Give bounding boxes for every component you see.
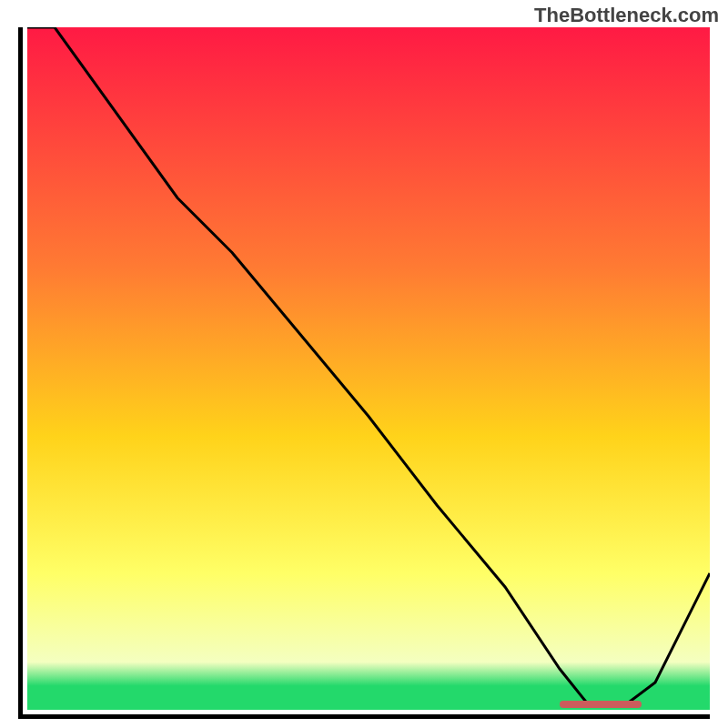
bottleneck-curve (27, 27, 710, 703)
plot-frame (18, 27, 710, 719)
watermark-text: TheBottleneck.com (534, 4, 719, 27)
chart-svg (27, 27, 710, 710)
optimal-range-marker (560, 701, 642, 708)
plot-area (27, 27, 710, 710)
